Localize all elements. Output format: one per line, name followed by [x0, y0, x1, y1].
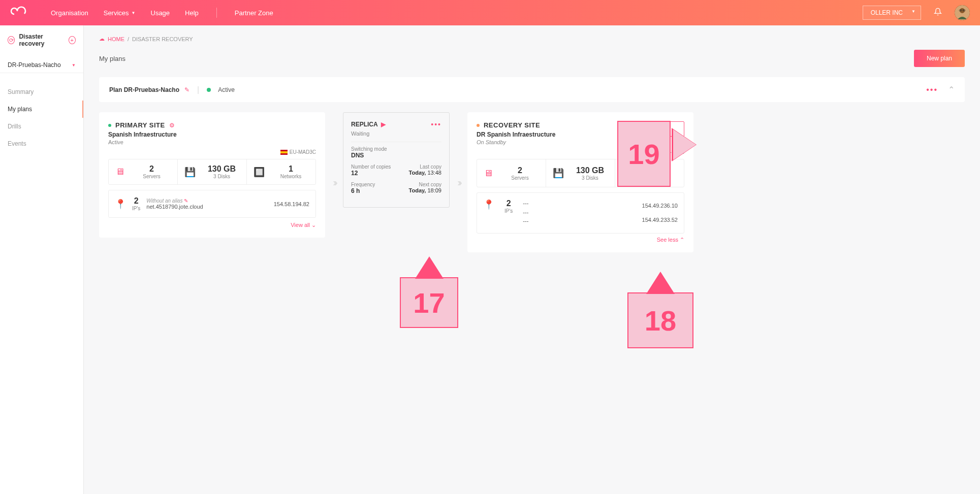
nav-menu: Organisation Services ▼ Usage Help Partn…: [51, 8, 273, 18]
header-right: OLLER INC: [863, 5, 970, 20]
svg-point-1: [960, 8, 965, 13]
pin-icon: 📍: [483, 199, 494, 210]
nav-partner-zone[interactable]: Partner Zone: [235, 9, 273, 17]
add-plan-icon[interactable]: +: [69, 36, 76, 44]
new-plan-button[interactable]: New plan: [914, 50, 965, 67]
nav-usage[interactable]: Usage: [151, 9, 170, 17]
play-icon[interactable]: ▶: [381, 121, 386, 128]
primary-status-dot: [108, 124, 111, 127]
chevron-down-icon: ▼: [132, 11, 136, 15]
top-header: Organisation Services ▼ Usage Help Partn…: [0, 0, 980, 25]
disk-icon: 💾: [180, 167, 196, 178]
edit-icon[interactable]: ✎: [184, 86, 189, 93]
primary-name: Spanish Infraestructure: [108, 131, 316, 138]
annotation-18: 18: [627, 292, 693, 348]
primary-stats: 🖥2Servers 💾130 GB3 Disks 🔲1Networks: [108, 159, 316, 185]
recovery-dashes: ---------: [523, 199, 528, 226]
nav-organisation[interactable]: Organisation: [51, 9, 88, 17]
plan-status: Active: [218, 86, 235, 93]
recovery-status: On Standby: [477, 139, 555, 145]
more-icon[interactable]: •••: [926, 85, 938, 94]
replica-card: REPLICA ▶ ••• Waiting Switching mode DNS…: [343, 112, 450, 208]
org-dropdown[interactable]: OLLER INC: [863, 6, 921, 20]
sidebar: ⟳ Disaster recovery + DR-Pruebas-Nacho ▼…: [0, 25, 84, 494]
breadcrumb: ☁ HOME / DISASTER RECOVERY: [99, 36, 965, 42]
gear-icon[interactable]: ⚙: [169, 122, 175, 129]
page-title: My plans: [99, 55, 125, 62]
recovery-status-dot: [477, 124, 480, 127]
primary-title: PRIMARY SITE: [115, 121, 165, 129]
chevrons-icon: ›››: [333, 177, 335, 188]
collapse-icon[interactable]: ⌃: [948, 85, 955, 94]
plan-select[interactable]: DR-Pruebas-Nacho ▼: [0, 57, 83, 73]
sites-row: PRIMARY SITE ⚙ Spanish Infraestructure A…: [99, 112, 965, 252]
annotation-19: 19: [617, 121, 671, 187]
main-content: ☁ HOME / DISASTER RECOVERY My plans New …: [84, 25, 980, 494]
svg-point-3: [963, 10, 964, 11]
flag-es-icon: [280, 150, 288, 155]
divider: [216, 8, 217, 18]
breadcrumb-home[interactable]: HOME: [108, 36, 124, 42]
chevrons-icon: ›››: [457, 177, 460, 188]
annotation-17: 17: [400, 277, 458, 328]
pin-icon: 📍: [115, 199, 126, 210]
nav-help[interactable]: Help: [185, 9, 199, 17]
bell-icon[interactable]: [934, 8, 942, 18]
disk-icon: 💾: [549, 168, 564, 179]
edit-alias-icon[interactable]: ✎: [184, 198, 188, 204]
primary-alias-row: 📍 2IP's Without an alias ✎ net.4518790.j…: [108, 190, 316, 218]
sidebar-item-events[interactable]: Events: [0, 135, 83, 152]
primary-ip: 154.58.194.82: [274, 201, 309, 207]
logo-icon[interactable]: [10, 5, 30, 20]
refresh-icon[interactable]: ⟳: [8, 36, 15, 44]
chevron-down-icon: ▼: [72, 63, 76, 68]
view-all-link[interactable]: View all ⌄: [108, 222, 316, 228]
nav-services[interactable]: Services ▼: [104, 9, 136, 17]
sidebar-item-myplans[interactable]: My plans: [0, 101, 83, 118]
see-less-link[interactable]: See less ⌃: [477, 237, 684, 243]
primary-status: Active: [108, 139, 316, 145]
primary-site-card: PRIMARY SITE ⚙ Spanish Infraestructure A…: [99, 112, 325, 238]
cloud-icon: ☁: [99, 36, 105, 42]
svg-point-2: [960, 10, 961, 11]
replica-status: Waiting: [351, 130, 441, 137]
primary-region: EU-MAD3C: [290, 149, 316, 155]
sidebar-item-summary[interactable]: Summary: [0, 83, 83, 101]
plan-bar: Plan DR-Pruebas-Nacho ✎ | Active ••• ⌃: [99, 77, 965, 102]
network-icon: 🔲: [249, 167, 265, 178]
sidebar-title: Disaster recovery: [19, 33, 64, 47]
plan-name: Plan DR-Pruebas-Nacho: [109, 86, 179, 93]
breadcrumb-current: DISASTER RECOVERY: [132, 36, 193, 42]
server-icon: 🖥: [111, 167, 124, 177]
sidebar-item-drills[interactable]: Drills: [0, 118, 83, 135]
replica-menu-icon[interactable]: •••: [431, 120, 441, 128]
server-icon: 🖥: [480, 168, 493, 179]
status-dot: [207, 88, 211, 92]
recovery-ips: 154.49.236.10154.49.233.52: [642, 199, 678, 227]
avatar[interactable]: [955, 5, 970, 20]
recovery-name: DR Spanish Infraestructure: [477, 131, 555, 138]
recovery-title: RECOVERY SITE: [484, 121, 540, 129]
